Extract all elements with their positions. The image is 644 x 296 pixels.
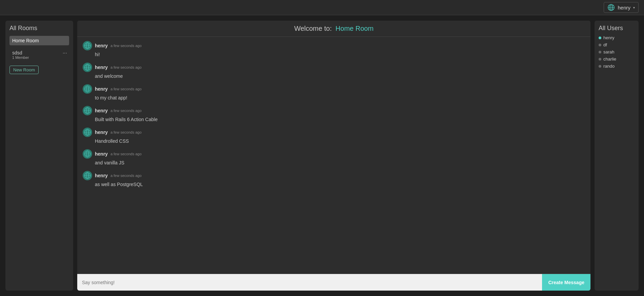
message-username: henry bbox=[95, 151, 108, 157]
messages-container: henry a few seconds ago hi! henry a few … bbox=[77, 37, 590, 274]
message-block: henry a few seconds ago and welcome bbox=[83, 63, 585, 79]
message-timestamp: a few seconds ago bbox=[110, 87, 142, 91]
users-panel: All Users henry df sarah charlie rando bbox=[595, 21, 639, 291]
message-header: henry a few seconds ago bbox=[83, 149, 585, 159]
avatar bbox=[83, 84, 92, 94]
message-body: Built with Rails 6 Action Cable bbox=[83, 117, 585, 122]
message-block: henry a few seconds ago and vanilla JS bbox=[83, 149, 585, 165]
welcome-prefix: Welcome to: bbox=[294, 25, 332, 32]
chevron-down-icon: ▾ bbox=[633, 6, 635, 9]
message-timestamp: a few seconds ago bbox=[110, 65, 142, 69]
message-timestamp: a few seconds ago bbox=[110, 174, 142, 178]
message-input[interactable] bbox=[77, 274, 542, 291]
message-body: and welcome bbox=[83, 73, 585, 79]
message-timestamp: a few seconds ago bbox=[110, 152, 142, 156]
avatar bbox=[83, 128, 92, 137]
new-room-button[interactable]: New Room bbox=[9, 66, 39, 74]
message-username: henry bbox=[95, 43, 108, 48]
sidebar-title: All Rooms bbox=[9, 25, 69, 32]
message-body: and vanilla JS bbox=[83, 160, 585, 165]
username-label: henry bbox=[618, 5, 630, 10]
message-header: henry a few seconds ago bbox=[83, 63, 585, 72]
user-status-dot bbox=[599, 58, 601, 61]
room-meta-sdsd: 1 Member bbox=[12, 55, 66, 60]
message-block: henry a few seconds ago Handrolled CSS bbox=[83, 128, 585, 144]
message-input-bar: Create Message bbox=[77, 274, 590, 291]
user-item: rando bbox=[599, 64, 635, 69]
message-block: henry a few seconds ago hi! bbox=[83, 41, 585, 57]
globe-icon bbox=[607, 4, 615, 11]
message-block: henry a few seconds ago to my chat app! bbox=[83, 84, 585, 100]
user-item: henry bbox=[599, 35, 635, 40]
avatar bbox=[83, 41, 92, 50]
message-header: henry a few seconds ago bbox=[83, 106, 585, 115]
avatar bbox=[83, 63, 92, 72]
message-block: henry a few seconds ago as well as Postg… bbox=[83, 171, 585, 187]
chat-header: Welcome to: Home Room bbox=[77, 21, 590, 37]
room-name-home-room: Home Room bbox=[12, 38, 39, 43]
avatar bbox=[83, 106, 92, 115]
avatar bbox=[83, 171, 92, 180]
user-name: henry bbox=[603, 35, 615, 40]
message-username: henry bbox=[95, 173, 108, 178]
message-timestamp: a few seconds ago bbox=[110, 44, 142, 48]
message-body: to my chat app! bbox=[83, 95, 585, 100]
user-status-dot bbox=[599, 44, 601, 46]
message-header: henry a few seconds ago bbox=[83, 128, 585, 137]
user-name: sarah bbox=[603, 49, 615, 54]
message-username: henry bbox=[95, 65, 108, 70]
more-options-button[interactable]: ··· bbox=[63, 50, 67, 56]
user-name: rando bbox=[603, 64, 615, 69]
user-item: df bbox=[599, 42, 635, 47]
user-name: charlie bbox=[603, 56, 616, 62]
send-message-button[interactable]: Create Message bbox=[542, 274, 590, 291]
room-item-home-room[interactable]: Home Room bbox=[9, 36, 69, 45]
user-status-dot bbox=[599, 51, 601, 53]
user-item: sarah bbox=[599, 49, 635, 54]
room-title: Home Room bbox=[334, 25, 374, 32]
message-body: as well as PostgreSQL bbox=[83, 182, 585, 187]
message-timestamp: a few seconds ago bbox=[110, 109, 142, 113]
message-header: henry a few seconds ago bbox=[83, 84, 585, 94]
message-username: henry bbox=[95, 130, 108, 135]
message-body: hi! bbox=[83, 52, 585, 57]
message-username: henry bbox=[95, 108, 108, 113]
top-nav: henry ▾ bbox=[0, 0, 644, 15]
room-item-sdsd[interactable]: ··· sdsd 1 Member bbox=[9, 48, 69, 62]
user-status-dot bbox=[599, 37, 601, 39]
message-header: henry a few seconds ago bbox=[83, 41, 585, 50]
users-list: henry df sarah charlie rando bbox=[599, 35, 635, 69]
room-name-sdsd: sdsd bbox=[12, 50, 22, 55]
message-timestamp: a few seconds ago bbox=[110, 130, 142, 134]
avatar bbox=[83, 149, 92, 159]
user-item: charlie bbox=[599, 56, 635, 62]
user-status-dot bbox=[599, 65, 601, 68]
message-header: henry a few seconds ago bbox=[83, 171, 585, 180]
message-username: henry bbox=[95, 86, 108, 92]
message-block: henry a few seconds ago Built with Rails… bbox=[83, 106, 585, 122]
chat-area: Welcome to: Home Room henry a few second… bbox=[77, 21, 590, 291]
main-layout: All Rooms Home Room ··· sdsd 1 Member Ne… bbox=[0, 15, 644, 296]
sidebar: All Rooms Home Room ··· sdsd 1 Member Ne… bbox=[5, 21, 73, 291]
user-menu[interactable]: henry ▾ bbox=[604, 2, 639, 13]
user-name: df bbox=[603, 42, 607, 47]
message-body: Handrolled CSS bbox=[83, 138, 585, 144]
users-title: All Users bbox=[599, 25, 635, 32]
